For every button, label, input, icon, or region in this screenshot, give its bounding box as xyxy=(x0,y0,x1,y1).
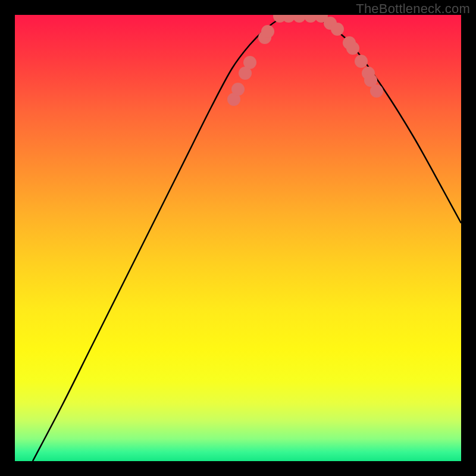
chart-frame xyxy=(0,0,476,476)
watermark-text: TheBottleneck.com xyxy=(356,1,470,17)
